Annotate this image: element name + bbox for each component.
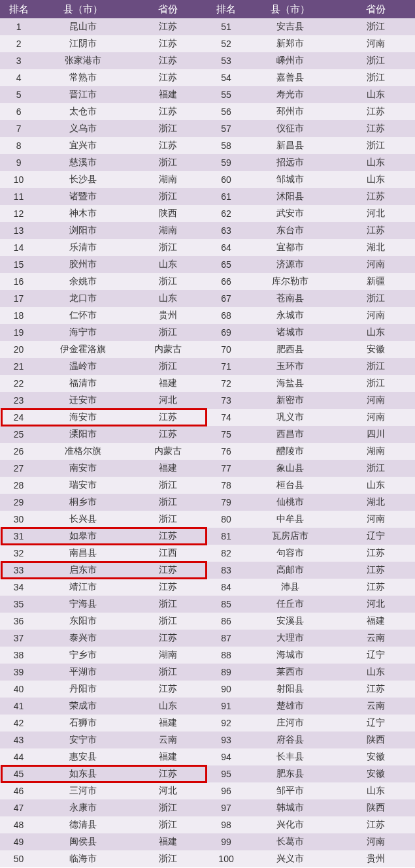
table-row: 44惠安县福建94长丰县安徽	[0, 748, 415, 765]
county-cell: 桓台县	[245, 477, 337, 494]
county-cell: 海盐县	[245, 375, 337, 392]
table-row: 2江阴市江苏52新郑市河南	[0, 35, 415, 52]
province-cell: 河南	[336, 35, 415, 52]
county-cell: 诸城市	[245, 324, 337, 341]
rank-cell: 14	[0, 239, 37, 256]
rank-cell: 95	[207, 765, 244, 782]
table-row: 16余姚市浙江66库尔勒市新疆	[0, 273, 415, 290]
county-cell: 惠安县	[37, 748, 129, 765]
rank-cell: 90	[207, 681, 244, 698]
province-cell: 江苏	[336, 103, 415, 120]
rank-cell: 13	[0, 222, 37, 239]
rank-cell: 45	[0, 765, 37, 782]
table-row: 47永康市浙江97韩城市陕西	[0, 799, 415, 816]
rank-cell: 41	[0, 698, 37, 715]
county-cell: 慈溪市	[37, 154, 129, 171]
county-cell: 江阴市	[37, 35, 129, 52]
province-cell: 江苏	[129, 630, 208, 647]
province-cell: 江苏	[129, 579, 208, 596]
rank-cell: 5	[0, 86, 37, 103]
rank-cell: 47	[0, 799, 37, 816]
province-cell: 江苏	[336, 579, 415, 596]
county-cell: 东阳市	[37, 613, 129, 630]
county-cell: 启东市	[37, 562, 129, 579]
province-cell: 江苏	[336, 681, 415, 698]
province-cell: 山东	[336, 86, 415, 103]
province-cell: 江苏	[336, 222, 415, 239]
county-cell: 沭阳县	[245, 188, 337, 205]
rank-cell: 42	[0, 715, 37, 731]
county-cell: 仁怀市	[37, 307, 129, 324]
county-cell: 新郑市	[245, 35, 337, 52]
table-row: 42石狮市福建92庄河市辽宁	[0, 715, 415, 731]
county-cell: 长葛市	[245, 833, 337, 850]
county-cell: 长沙县	[37, 171, 129, 188]
table-row: 37泰兴市江苏87大理市云南	[0, 630, 415, 647]
county-cell: 大理市	[245, 630, 337, 647]
rank-cell: 80	[207, 511, 244, 528]
table-row: 7义乌市浙江57仪征市江苏	[0, 120, 415, 137]
header-province-left: 省份	[129, 0, 208, 18]
rank-cell: 61	[207, 188, 244, 205]
rank-cell: 73	[207, 392, 244, 409]
county-cell: 象山县	[245, 460, 337, 477]
province-cell: 浙江	[336, 69, 415, 86]
province-cell: 湖南	[336, 443, 415, 460]
province-cell: 浙江	[129, 477, 208, 494]
table-row: 36东阳市浙江86安溪县福建	[0, 613, 415, 630]
rank-cell: 52	[207, 35, 244, 52]
table-row: 25溧阳市江苏75西昌市四川	[0, 426, 415, 443]
rank-cell: 76	[207, 443, 244, 460]
rank-cell: 78	[207, 477, 244, 494]
rank-cell: 48	[0, 816, 37, 833]
county-cell: 兴化市	[245, 816, 337, 833]
county-cell: 石狮市	[37, 715, 129, 731]
rank-cell: 25	[0, 426, 37, 443]
province-cell: 浙江	[336, 375, 415, 392]
province-cell: 贵州	[336, 850, 415, 867]
table-row: 1昆山市江苏51安吉县浙江	[0, 18, 415, 35]
rank-cell: 30	[0, 511, 37, 528]
province-cell: 浙江	[129, 511, 208, 528]
rank-cell: 65	[207, 256, 244, 273]
province-cell: 山东	[336, 154, 415, 171]
rank-cell: 40	[0, 681, 37, 698]
rank-cell: 86	[207, 613, 244, 630]
province-cell: 浙江	[129, 324, 208, 341]
header-province-right: 省份	[336, 0, 415, 18]
table-row: 40丹阳市江苏90射阳县江苏	[0, 681, 415, 698]
county-cell: 新昌县	[245, 137, 337, 154]
rank-cell: 96	[207, 782, 244, 799]
rank-cell: 60	[207, 171, 244, 188]
province-cell: 山东	[336, 477, 415, 494]
rank-cell: 51	[207, 18, 244, 35]
county-cell: 福清市	[37, 375, 129, 392]
province-cell: 湖南	[129, 171, 208, 188]
table-row: 46三河市河北96邹平市山东	[0, 782, 415, 799]
county-cell: 苍南县	[245, 290, 337, 307]
county-cell: 伊金霍洛旗	[37, 341, 129, 358]
header-rank-right: 排名	[207, 0, 244, 18]
rank-cell: 18	[0, 307, 37, 324]
county-cell: 韩城市	[245, 799, 337, 816]
province-cell: 福建	[129, 715, 208, 731]
rank-cell: 98	[207, 816, 244, 833]
province-cell: 四川	[336, 426, 415, 443]
province-cell: 浙江	[336, 358, 415, 375]
rank-cell: 87	[207, 630, 244, 647]
county-cell: 楚雄市	[245, 698, 337, 715]
province-cell: 河南	[336, 511, 415, 528]
table-row: 32南昌县江西82句容市江苏	[0, 545, 415, 562]
province-cell: 江苏	[129, 426, 208, 443]
rank-cell: 56	[207, 103, 244, 120]
rank-cell: 59	[207, 154, 244, 171]
rank-cell: 83	[207, 562, 244, 579]
county-cell: 宁海县	[37, 596, 129, 613]
rank-cell: 43	[0, 731, 37, 748]
county-cell: 高邮市	[245, 562, 337, 579]
county-cell: 新密市	[245, 392, 337, 409]
province-cell: 浙江	[129, 613, 208, 630]
county-cell: 海宁市	[37, 324, 129, 341]
county-cell: 太仓市	[37, 103, 129, 120]
rank-cell: 29	[0, 494, 37, 511]
